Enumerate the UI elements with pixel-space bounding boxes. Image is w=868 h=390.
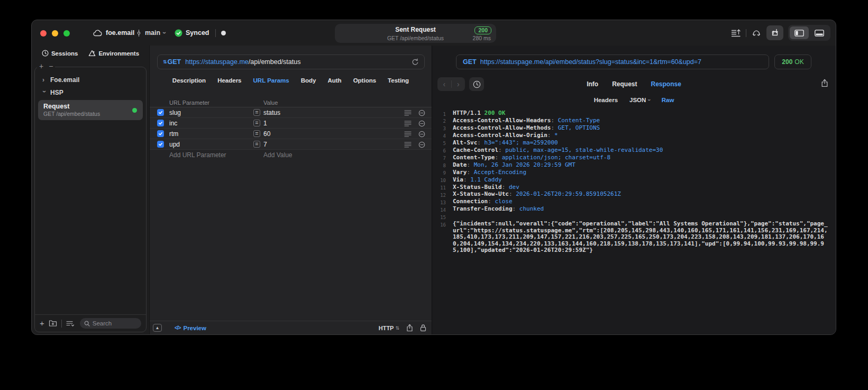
code-line: 13Connection: close — [432, 198, 836, 206]
search-icon — [84, 321, 90, 326]
sync-status[interactable]: Synced — [175, 20, 209, 46]
zoom-window-button[interactable] — [63, 30, 70, 37]
add-session-button[interactable]: + — [39, 62, 43, 70]
git-branch-icon — [136, 29, 142, 37]
code-line: 1HTTP/1.1 200 OK — [432, 110, 836, 117]
param-name[interactable]: inc — [169, 120, 177, 127]
branch-name: main — [145, 29, 160, 37]
param-name[interactable]: slug — [169, 109, 181, 116]
preview-button[interactable]: </> Preview — [175, 325, 206, 331]
updown-arrows-icon: ⇅ — [163, 59, 167, 65]
add-request-button[interactable]: + — [40, 320, 44, 327]
url-host: https://statuspage.me — [185, 58, 249, 66]
equals-type-icon[interactable]: = — [253, 130, 260, 137]
tab-options[interactable]: Options — [353, 77, 376, 90]
refresh-icon[interactable] — [412, 58, 419, 66]
minimize-window-button[interactable] — [52, 30, 58, 37]
param-checkbox[interactable] — [157, 130, 164, 137]
param-value[interactable]: 7 — [263, 141, 267, 148]
close-window-button[interactable] — [40, 30, 47, 37]
titlebar: foe.email main › Synced Sent Request — [32, 20, 836, 46]
request-list-item-selected[interactable]: Request GET /api/embed/status — [38, 100, 143, 120]
remove-param-icon[interactable] — [418, 131, 425, 138]
response-request-line[interactable]: GET https://statuspage.me/api/embed/stat… — [456, 55, 769, 69]
chevron-down-icon: › — [41, 90, 48, 95]
column-value: Value — [263, 99, 278, 106]
list-options-icon[interactable] — [66, 320, 75, 327]
add-value-field[interactable]: Add Value — [263, 151, 293, 159]
equals-type-icon[interactable]: = — [253, 141, 260, 148]
response-nav: ‹ › Info Request Response — [432, 77, 836, 92]
param-row: inc = 1 — [150, 118, 432, 129]
code-line: 8Date: Mon, 26 Jan 2026 20:29:59 GMT — [432, 162, 836, 169]
toggle-bottom-panel-icon[interactable] — [810, 26, 829, 39]
lock-icon[interactable] — [420, 324, 426, 332]
tab-sessions[interactable]: Sessions — [42, 50, 78, 57]
tab-environments[interactable]: Environments — [88, 50, 139, 57]
request-url-bar[interactable]: ⇅ GET https://statuspage.me/api/embed/st… — [157, 55, 425, 69]
sent-request-pill[interactable]: Sent Request GET /api/embed/status 200 2… — [335, 24, 496, 43]
drag-handle-icon[interactable] — [404, 120, 412, 127]
tree-item-foe-email[interactable]: › Foe.email — [38, 74, 143, 86]
panel-collapse-icon[interactable]: ▲ — [153, 324, 162, 332]
param-value[interactable]: status — [263, 109, 280, 116]
view-tab-json[interactable]: JSON › — [629, 97, 650, 103]
equals-type-icon[interactable]: = — [253, 120, 260, 126]
tab-environments-label: Environments — [98, 50, 139, 57]
sync-loop-icon[interactable] — [751, 29, 762, 38]
param-value[interactable]: 1 — [263, 120, 267, 127]
drag-handle-icon[interactable] — [404, 141, 412, 148]
search-input[interactable] — [93, 320, 137, 326]
panel-toggle-group — [788, 25, 830, 41]
tab-description[interactable]: Description — [172, 77, 206, 90]
param-value[interactable]: 60 — [263, 130, 270, 138]
code-line: 5Alt-Svc: h3=":443"; ma=2592000 — [432, 140, 836, 147]
code-line: 4Access-Control-Allow-Origin: * — [432, 132, 836, 140]
method-selector[interactable]: ⇅ GET — [163, 58, 181, 66]
branch-selector[interactable]: main › — [136, 20, 166, 46]
param-checkbox[interactable] — [157, 120, 164, 126]
app-window: foe.email main › Synced Sent Request — [31, 20, 836, 335]
toggle-left-sidebar-icon[interactable] — [790, 26, 809, 39]
tab-response[interactable]: Response — [651, 80, 681, 88]
equals-type-icon[interactable]: = — [253, 109, 260, 116]
tab-auth[interactable]: Auth — [327, 77, 341, 90]
tab-body[interactable]: Body — [301, 77, 316, 90]
code-line: 10Via: 1.1 Caddy — [432, 177, 836, 184]
remove-session-button[interactable]: − — [49, 62, 53, 70]
tree-item-hsp[interactable]: › HSP — [38, 86, 143, 99]
cloud-icon — [93, 30, 103, 37]
view-tab-raw[interactable]: Raw — [662, 97, 674, 103]
param-checkbox[interactable] — [157, 109, 164, 116]
param-name[interactable]: rtm — [169, 130, 178, 138]
new-folder-icon[interactable] — [49, 320, 57, 327]
tab-url-params[interactable]: URL Params — [253, 77, 289, 90]
project-selector[interactable]: foe.email — [93, 20, 134, 46]
param-name[interactable]: upd — [169, 141, 180, 148]
code-line: 16{"incidents":null,"overall":{"code":"o… — [432, 221, 836, 253]
toolbar-divider — [746, 29, 746, 37]
drag-handle-icon[interactable] — [404, 110, 412, 116]
http-version-selector[interactable]: HTTP ⇅ — [379, 325, 399, 331]
view-tab-headers[interactable]: Headers — [594, 97, 618, 103]
share-icon[interactable] — [821, 79, 828, 87]
share-icon[interactable] — [406, 324, 413, 332]
tab-info[interactable]: Info — [587, 80, 598, 88]
export-list-icon[interactable] — [731, 29, 741, 38]
tab-request[interactable]: Request — [612, 80, 637, 88]
drag-handle-icon[interactable] — [404, 131, 412, 138]
param-checkbox[interactable] — [157, 141, 164, 148]
tab-headers[interactable]: Headers — [217, 77, 241, 90]
search-field[interactable] — [80, 318, 141, 329]
remove-param-icon[interactable] — [418, 120, 425, 127]
clock-icon — [42, 50, 49, 57]
code-line: 2Access-Control-Allow-Headers: Content-T… — [432, 117, 836, 125]
send-receive-icon[interactable] — [766, 25, 783, 40]
remove-param-icon[interactable] — [418, 141, 425, 148]
footer-divider — [61, 320, 62, 328]
add-url-parameter-field[interactable]: Add URL Parameter — [169, 151, 226, 159]
response-tabs: Info Request Response — [432, 77, 836, 92]
param-row: upd = 7 — [150, 139, 432, 150]
remove-param-icon[interactable] — [418, 110, 425, 116]
tab-testing[interactable]: Testing — [388, 77, 409, 90]
